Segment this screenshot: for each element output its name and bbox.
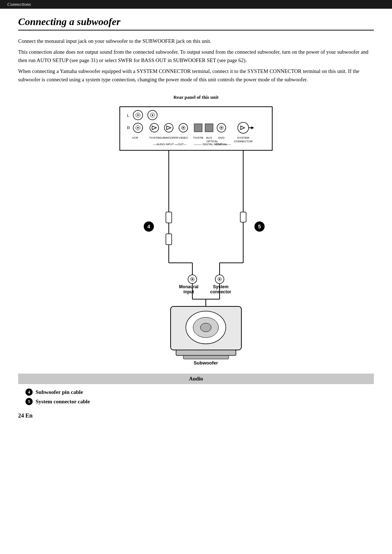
svg-rect-45 xyxy=(166,234,172,245)
svg-point-11 xyxy=(137,127,139,129)
svg-text:TV/STB: TV/STB xyxy=(193,136,203,139)
breadcrumb-bar: Connections xyxy=(0,0,392,9)
svg-text:— AUDIO INPUT —: — AUDIO INPUT — xyxy=(153,143,177,146)
cable-number-5: 5 xyxy=(25,398,33,405)
svg-point-63 xyxy=(219,278,220,280)
svg-text:VIDEO: VIDEO xyxy=(179,136,188,139)
svg-text:SUBWOOFER: SUBWOOFER xyxy=(159,136,179,139)
svg-text:CONNECTOR: CONNECTOR xyxy=(234,140,253,143)
svg-rect-20 xyxy=(205,124,213,132)
svg-rect-19 xyxy=(194,124,202,132)
svg-text:Monaural: Monaural xyxy=(179,284,198,289)
svg-rect-77 xyxy=(176,350,236,355)
paragraph-2: This connection alone does not output so… xyxy=(18,48,374,64)
svg-point-14 xyxy=(164,123,173,132)
svg-rect-43 xyxy=(166,212,172,223)
connection-diagram: L R xyxy=(91,103,301,364)
svg-text:AUX: AUX xyxy=(206,136,212,139)
rear-panel-label: Rear panel of this unit xyxy=(173,94,219,100)
svg-text:——— DIGITAL INPUT ———: ——— DIGITAL INPUT ——— xyxy=(194,143,231,146)
svg-text:Subwoofer: Subwoofer xyxy=(193,360,218,364)
svg-text:R: R xyxy=(127,126,130,130)
svg-point-7 xyxy=(152,114,153,116)
cable-label-5: System connector cable xyxy=(36,399,90,405)
paragraph-3: When connecting a Yamaha subwoofer equip… xyxy=(18,67,374,83)
svg-point-23 xyxy=(221,127,222,129)
cable-list: 4 Subwoofer pin cable 5 System connector… xyxy=(18,388,374,405)
breadcrumb-text: Connections xyxy=(7,1,31,7)
svg-text:4: 4 xyxy=(147,224,150,229)
svg-text:TV/STB: TV/STB xyxy=(149,136,159,139)
cable-label-4: Subwoofer pin cable xyxy=(36,389,83,395)
svg-point-4 xyxy=(137,114,139,116)
svg-text:VCR: VCR xyxy=(132,136,138,139)
svg-rect-78 xyxy=(183,355,229,359)
audio-section-title: Audio xyxy=(189,376,203,382)
svg-text:—OUT—: —OUT— xyxy=(175,143,187,146)
paragraph-1: Connect the monaural input jack on your … xyxy=(18,37,374,45)
svg-text:System: System xyxy=(213,284,229,289)
svg-text:L: L xyxy=(127,113,129,118)
page-title: Connecting a subwoofer xyxy=(18,16,374,30)
list-item-system-connector-cable: 5 System connector cable xyxy=(25,398,374,405)
svg-point-76 xyxy=(200,323,211,332)
svg-point-18 xyxy=(183,127,184,129)
svg-text:connector: connector xyxy=(210,289,231,294)
svg-rect-50 xyxy=(240,212,246,222)
svg-text:DVD: DVD xyxy=(219,136,225,139)
svg-point-24 xyxy=(238,122,249,133)
svg-text:SYSTEM: SYSTEM xyxy=(237,136,249,139)
svg-text:5: 5 xyxy=(258,224,261,229)
page-number: 24 En xyxy=(18,412,374,419)
svg-point-12 xyxy=(150,123,159,132)
page-content: Connecting a subwoofer Connect the monau… xyxy=(0,9,392,430)
cable-number-4: 4 xyxy=(25,388,33,396)
diagram-container: Rear panel of this unit L R xyxy=(18,94,374,364)
audio-section-header: Audio xyxy=(18,374,374,384)
svg-point-59 xyxy=(192,278,193,280)
list-item-subwoofer-cable: 4 Subwoofer pin cable xyxy=(25,388,374,396)
